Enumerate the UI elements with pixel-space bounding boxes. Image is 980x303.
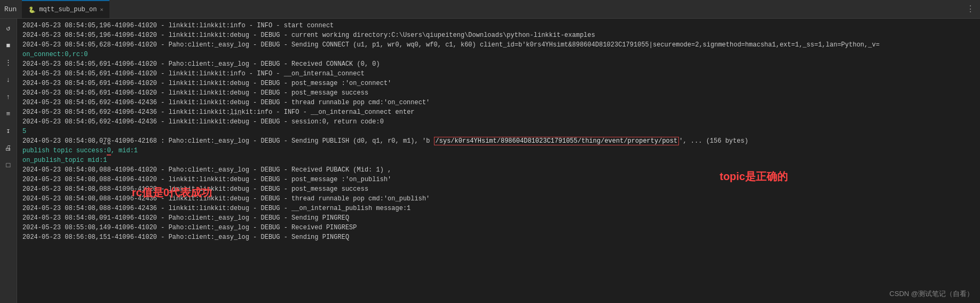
rc-value: 0 xyxy=(107,147,110,156)
side-toolbar: ↺ ■ ⋮ ↓ ↑ ≡ ↧ 🖨 □ xyxy=(0,19,17,303)
console-line: 2024-05-23 08:54:08,088-41096-41020 - li… xyxy=(17,184,980,194)
console-line: 2024-05-23 08:54:08,088-41096-41020 - Pa… xyxy=(17,165,980,175)
console-line: 2024-05-23 08:54:05,196-41096-41020 - li… xyxy=(17,21,980,30)
console-line: 2024-05-23 08:54:05,196-41096-41020 - li… xyxy=(17,30,980,40)
rerun-button[interactable]: ↺ xyxy=(2,22,15,35)
console-line-on-connect: on_connect:0,rc:0 xyxy=(17,50,980,59)
more-options-icon[interactable]: ⋮ xyxy=(966,4,976,14)
console-line: 2024-05-23 08:54:05,628-41096-41020 - Pa… xyxy=(17,40,980,50)
topic-text: /sys/k0rs4YHsimt/898604D81023C1791055/th… xyxy=(434,137,679,145)
console-line: 2024-05-23 08:56:08,151-41096-41020 - Pa… xyxy=(17,232,980,242)
scroll-up-button[interactable]: ↑ xyxy=(2,90,15,103)
save-button[interactable]: ↧ xyxy=(2,125,15,137)
clear-button[interactable]: □ xyxy=(2,159,15,172)
console-line: 2024-05-23 08:54:05,692-41096-42436 - li… xyxy=(17,117,980,127)
tab-close-button[interactable]: ✕ xyxy=(100,6,103,13)
print-button[interactable]: 🖨 xyxy=(2,142,15,154)
console-line-on-publish-topic: on_publish_topic mid:1 xyxy=(17,156,980,165)
console-line: 2024-05-23 08:54:05,692-41096-42436 - li… xyxy=(17,107,980,117)
console-line: 2024-05-23 08:54:08,088-41096-41020 - li… xyxy=(17,175,980,184)
more-button[interactable]: ⋮ xyxy=(2,56,15,69)
console-line: 2024-05-23 08:54:05,691-41096-41020 - li… xyxy=(17,88,980,98)
tab-python-icon: 🐍 xyxy=(28,6,36,13)
run-label: Run xyxy=(4,5,17,13)
console-output: topic是正确的 rc值是0代表成功 2024-05-23 08:54:05,… xyxy=(17,19,980,303)
scroll-down-button[interactable]: ↓ xyxy=(2,73,15,86)
active-tab[interactable]: 🐍 mqtt_sub_pub_on ✕ xyxy=(22,0,109,18)
console-line: 2024-05-23 08:54:08,088-41096-42436 - li… xyxy=(17,204,980,213)
console-line: 2024-05-23 08:54:08,088-41096-42436 - li… xyxy=(17,194,980,204)
stop-button[interactable]: ■ xyxy=(2,39,15,52)
console-line-5: 5 xyxy=(17,127,980,136)
console-line: 2024-05-23 08:54:08,091-41096-41020 - Pa… xyxy=(17,213,980,223)
tab-title: mqtt_sub_pub_on xyxy=(39,6,97,13)
console-line-publish-success: publish topic success:0, mid:1 xyxy=(17,146,980,156)
console-line: 2024-05-23 08:55:08,149-41096-41020 - Pa… xyxy=(17,223,980,232)
console-line: 2024-05-23 08:54:05,692-41096-42436 - li… xyxy=(17,98,980,107)
console-line: 2024-05-23 08:54:05,691-41096-41020 - li… xyxy=(17,79,980,88)
top-bar: Run 🐍 mqtt_sub_pub_on ✕ ⋮ xyxy=(0,0,980,19)
console-line: 2024-05-23 08:54:05,691-41096-41020 - li… xyxy=(17,69,980,79)
console-line: 2024-05-23 08:54:05,691-41096-41020 - Pa… xyxy=(17,59,980,69)
filter-button[interactable]: ≡ xyxy=(2,107,15,120)
main-area: ↺ ■ ⋮ ↓ ↑ ≡ ↧ 🖨 □ topic是正确的 rc值是0代表成功 20… xyxy=(0,19,980,303)
console-line-publish: 2024-05-23 08:54:08,078-41096-42168 : Pa… xyxy=(17,136,980,146)
